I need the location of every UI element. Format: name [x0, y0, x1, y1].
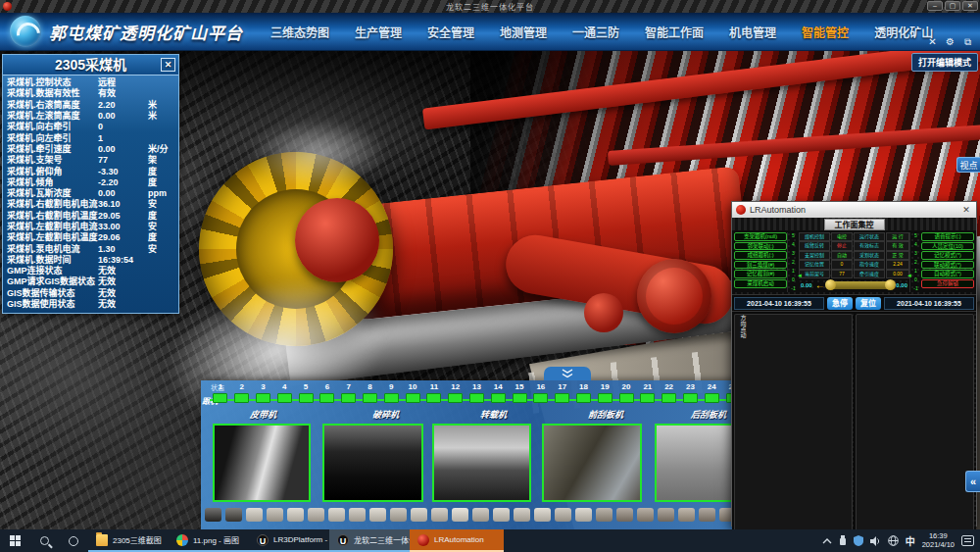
taskbar-item-龙软二三维一体化...[interactable]: U龙软二三维一体化... — [329, 529, 410, 552]
support-frame[interactable] — [308, 508, 324, 522]
camera-feed-皮带机[interactable] — [213, 424, 311, 502]
support-frame[interactable] — [616, 508, 633, 522]
camera-feed-破碎机[interactable] — [322, 424, 423, 502]
ime-indicator[interactable]: 中 — [906, 533, 915, 548]
mode-button[interactable]: 割三角煤(#) — [734, 261, 787, 270]
usb-icon[interactable] — [839, 535, 847, 546]
mode-button[interactable]: 采煤机启动 — [734, 279, 787, 288]
taskbar-item-LR3DPlatform - U...[interactable]: ULR3DPlatform - U... — [249, 529, 329, 552]
support-status-square — [576, 393, 591, 403]
camera-feed-转载机[interactable] — [432, 424, 531, 502]
mode-button[interactable]: 成组跟机(:) — [734, 251, 787, 260]
nav-item-安全管理[interactable]: 安全管理 — [427, 24, 474, 40]
support-frame[interactable] — [555, 508, 571, 522]
minimize-icon[interactable]: – — [927, 1, 943, 11]
mode-button[interactable]: 人员定位(10) — [921, 242, 974, 251]
task-view-icon[interactable] — [59, 529, 88, 552]
nav-item-生产管理[interactable]: 生产管理 — [355, 24, 402, 40]
collapse-left-icon[interactable]: « — [965, 471, 980, 492]
camera-feed-前刮板机[interactable] — [542, 424, 642, 502]
support-frame[interactable] — [287, 508, 304, 522]
taskbar-item-LRAutomation[interactable]: LRAutomation — [410, 529, 504, 552]
nav-item-智能管控[interactable]: 智能管控 — [802, 24, 849, 40]
support-frame[interactable] — [472, 508, 489, 522]
row-unit: 米 — [148, 111, 178, 122]
scale-tick: 2 — [792, 260, 795, 265]
mode-button[interactable]: 记忆模式(*) — [921, 251, 974, 260]
close-icon[interactable]: ✕ — [960, 205, 972, 215]
window-titlebar[interactable]: 龙软二三维一体化平台 – ▢ ✕ — [0, 0, 980, 13]
reset-button[interactable]: 复位 — [856, 297, 881, 310]
estop-button[interactable]: 急停 — [827, 297, 853, 310]
support-frame[interactable] — [596, 508, 612, 522]
support-frame[interactable] — [390, 508, 407, 522]
notification-center-icon[interactable] — [961, 535, 974, 546]
support-frame[interactable] — [267, 508, 283, 522]
mode-button[interactable]: 语音提示(:) — [921, 232, 974, 241]
mode-button[interactable]: 邻架联动(:) — [734, 242, 787, 251]
support-number: 20 — [622, 381, 631, 393]
support-number: 13 — [472, 381, 481, 393]
support-status-square — [319, 393, 334, 403]
camera-label-前刮板机: 前刮板机 — [587, 408, 623, 421]
mode-button[interactable]: 支架跟机(null) — [734, 232, 787, 241]
nav-item-透明化矿山[interactable]: 透明化矿山 — [874, 24, 933, 40]
tab-face-control[interactable]: 工作面集控 — [824, 219, 885, 230]
collapse-down-icon[interactable] — [544, 367, 591, 380]
support-status-square — [705, 393, 719, 403]
support-frame[interactable] — [452, 508, 468, 522]
lrautomation-titlebar[interactable]: LRAutomation ✕ — [732, 202, 976, 218]
gear-icon[interactable]: ⚙ — [944, 36, 956, 48]
row-label: 采煤机.右截割电机温度 — [7, 211, 98, 222]
mode-button[interactable]: 联动模式(*) — [921, 261, 974, 270]
support-frame[interactable] — [575, 508, 592, 522]
close-icon[interactable]: ✕ — [161, 58, 175, 72]
support-frame[interactable] — [431, 508, 448, 522]
speaker-icon[interactable] — [870, 536, 881, 546]
viewpoint-tab[interactable]: 视点 — [956, 157, 980, 173]
support-frame[interactable] — [349, 508, 366, 522]
shield-icon[interactable] — [854, 535, 863, 546]
status-table-row: 支架控制自动采割状态正 常 — [799, 251, 909, 260]
mode-button[interactable]: 自动模式(*) — [921, 270, 974, 278]
search-icon[interactable] — [29, 529, 59, 552]
nav-item-一通三防[interactable]: 一通三防 — [572, 24, 619, 40]
row-label: 采煤机.支架号 — [7, 155, 98, 166]
nav-item-三维态势图[interactable]: 三维态势图 — [270, 24, 329, 40]
row-value: 无效 — [98, 276, 148, 287]
row-label: 采煤机.向左牵引 — [7, 133, 98, 144]
support-frame[interactable] — [369, 508, 386, 522]
taskbar-item-11.png - 画图[interactable]: 11.png - 画图 — [169, 529, 249, 552]
taskbar-item-2305三维截图[interactable]: 2305三维截图 — [88, 529, 169, 552]
support-frame[interactable] — [328, 508, 345, 522]
resize-icon[interactable]: ⧉ — [961, 36, 974, 48]
support-indicator: 8 — [360, 381, 381, 409]
support-frame[interactable] — [699, 508, 715, 522]
tray-expand-icon[interactable] — [822, 537, 832, 545]
nav-item-地测管理[interactable]: 地测管理 — [500, 24, 547, 40]
close-icon[interactable]: ✕ — [962, 1, 978, 11]
support-frame[interactable] — [225, 508, 242, 522]
taskbar-clock[interactable]: 16:39 2021/4/10 — [922, 532, 955, 549]
support-frame[interactable] — [678, 508, 695, 522]
support-frame[interactable] — [493, 508, 510, 522]
estop-unlock-button[interactable]: 急停解锁 — [921, 279, 974, 288]
nav-item-智能工作面[interactable]: 智能工作面 — [645, 24, 704, 40]
support-frame[interactable] — [637, 508, 654, 522]
wrench-icon[interactable]: ✕ — [926, 36, 939, 48]
nav-item-机电管理[interactable]: 机电管理 — [729, 24, 776, 40]
open-edit-mode-button[interactable]: 打开编辑模式 — [911, 53, 978, 72]
support-frame[interactable] — [514, 508, 530, 522]
support-frame[interactable] — [658, 508, 674, 522]
shearer-arm-joint — [637, 259, 711, 333]
mode-button[interactable]: 记忆截割(#) — [734, 270, 787, 278]
row-label: 采煤机.右截割电机电流 — [7, 199, 98, 210]
network-globe-icon[interactable] — [888, 535, 899, 546]
maximize-icon[interactable]: ▢ — [945, 1, 960, 11]
support-frame[interactable] — [411, 508, 427, 522]
start-button[interactable] — [0, 529, 29, 552]
support-frame[interactable] — [246, 508, 263, 522]
shearer-panel-titlebar[interactable]: 2305采煤机 ✕ — [3, 55, 178, 75]
support-frame[interactable] — [534, 508, 551, 522]
support-frame[interactable] — [205, 508, 221, 522]
